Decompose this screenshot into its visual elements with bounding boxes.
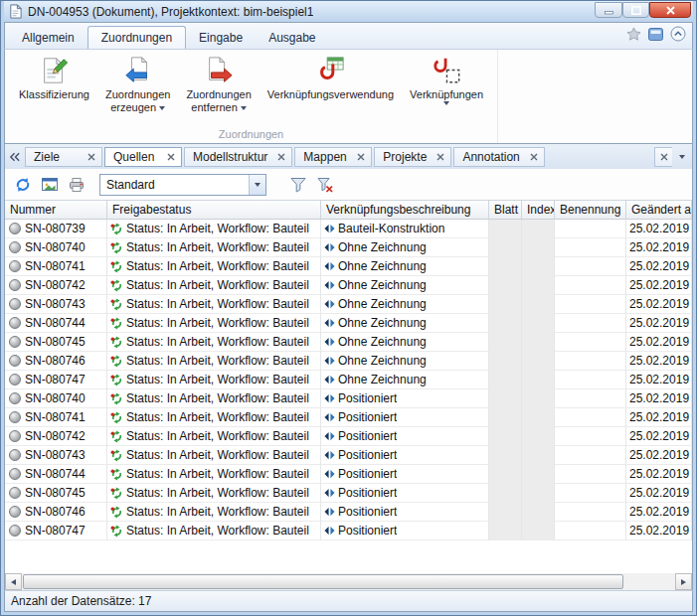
cell-verknuepfung: Positioniert <box>321 484 489 503</box>
viewer-icon <box>42 177 58 192</box>
cell-link-text: Positioniert <box>338 410 397 424</box>
view-tab-modellstruktur[interactable]: Modellstruktur <box>184 147 292 167</box>
cell-nummer: SN-080740 <box>5 238 107 257</box>
cell-link-text: Positioniert <box>338 505 397 519</box>
scroll-tabs-left-button[interactable] <box>7 147 23 166</box>
tab-close-icon[interactable] <box>530 153 538 161</box>
table-row[interactable]: SN-080744 Status: In Arbeit, Workflow: B… <box>5 465 692 484</box>
view-tab-label: Modellstruktur <box>193 150 267 164</box>
tab-close-icon[interactable] <box>436 153 444 161</box>
collapse-ribbon-icon[interactable] <box>670 26 686 45</box>
column-header-verknuepfungsbeschreibung[interactable]: Verknüpfungsbeschreibung <box>321 201 489 220</box>
table-row[interactable]: SN-080741 Status: In Arbeit, Workflow: B… <box>5 408 692 427</box>
favorite-star-icon[interactable] <box>626 27 641 44</box>
ribbon-button-klassifizierung[interactable]: Klassifizierung <box>11 52 97 127</box>
clipped-tab-close[interactable] <box>654 147 672 167</box>
ribbon-tab-ausgabe[interactable]: Ausgabe <box>256 27 328 49</box>
cell-nummer: SN-080740 <box>5 389 107 408</box>
scrollbar-track[interactable] <box>22 573 675 590</box>
view-tab-mappen[interactable]: Mappen <box>294 147 372 167</box>
print-button[interactable] <box>65 173 88 197</box>
cell-benennung <box>555 220 626 238</box>
column-header-blatt[interactable]: Blatt <box>489 201 522 220</box>
table-body: SN-080739 Status: In Arbeit, Workflow: B… <box>5 220 692 540</box>
column-header-benennung[interactable]: Benennung <box>555 201 626 220</box>
workflow-status-icon <box>110 506 123 519</box>
workflow-status-icon <box>110 355 123 368</box>
cell-benennung <box>555 408 626 427</box>
view-tab-ziele[interactable]: Ziele <box>25 147 102 167</box>
combo-dropdown-button[interactable] <box>249 175 265 195</box>
ribbon-tab-eingabe[interactable]: Eingabe <box>186 27 256 49</box>
create-assignment-icon <box>122 55 154 86</box>
cell-verknuepfung: Positioniert <box>321 522 489 540</box>
cell-geaendert: 25.02.2019 1 <box>626 371 692 389</box>
column-header-nummer[interactable]: Nummer <box>5 201 107 220</box>
dropdown-arrow-icon <box>443 101 449 105</box>
cell-nummer-text: SN-080744 <box>25 467 86 481</box>
cell-status-text: Status: In Arbeit, Workflow: Bauteil <box>126 391 309 405</box>
table-row[interactable]: SN-080742 Status: In Arbeit, Workflow: B… <box>5 427 692 446</box>
tab-close-icon[interactable] <box>357 153 365 161</box>
cell-geaendert: 25.02.2019 1 <box>626 446 692 465</box>
cell-status-text: Status: In Arbeit, Workflow: Bauteil <box>126 335 309 349</box>
table-row[interactable]: SN-080745 Status: In Arbeit, Workflow: B… <box>5 333 692 352</box>
horizontal-scrollbar[interactable] <box>4 573 693 590</box>
status-bar: Anzahl der Datensätze: 17 <box>4 590 693 612</box>
column-header-freigabestatus[interactable]: Freigabestatus <box>107 201 321 220</box>
refresh-button[interactable] <box>11 173 35 197</box>
tab-close-icon[interactable] <box>87 153 95 161</box>
filter-button[interactable] <box>286 173 310 197</box>
ribbon-tab-label: Eingabe <box>199 31 243 45</box>
table-row[interactable]: SN-080745 Status: In Arbeit, Workflow: B… <box>5 484 692 503</box>
scroll-left-button[interactable] <box>5 573 22 590</box>
cell-nummer-text: SN-080745 <box>25 486 86 500</box>
maximize-button[interactable] <box>622 2 649 18</box>
table-row[interactable]: SN-080747 Status: In Arbeit, Workflow: B… <box>5 522 692 540</box>
column-header-index[interactable]: Index <box>522 201 555 220</box>
ribbon-button-verknuepfungsverwendung[interactable]: Verknüpfungsverwendung <box>260 52 402 127</box>
table-row[interactable]: SN-080740 Status: In Arbeit, Workflow: B… <box>5 238 692 257</box>
table-row[interactable]: SN-080743 Status: In Arbeit, Workflow: B… <box>5 446 692 465</box>
table-row[interactable]: SN-080744 Status: In Arbeit, Workflow: B… <box>5 314 692 333</box>
record-count: Anzahl der Datensätze: 17 <box>11 594 151 608</box>
minimize-button[interactable] <box>595 2 622 18</box>
table-row[interactable]: SN-080747 Status: In Arbeit, Workflow: B… <box>5 371 692 389</box>
open-viewer-button[interactable] <box>38 173 62 197</box>
cell-verknuepfung: Positioniert <box>321 408 489 427</box>
dropdown-arrow-icon <box>159 106 165 110</box>
part-icon <box>9 298 21 310</box>
clear-filter-button[interactable] <box>313 173 337 197</box>
table-row[interactable]: SN-080746 Status: In Arbeit, Workflow: B… <box>5 352 692 371</box>
cell-benennung <box>555 295 626 314</box>
table-row[interactable]: SN-080739 Status: In Arbeit, Workflow: B… <box>5 220 692 238</box>
tab-list-dropdown-button[interactable] <box>674 147 690 166</box>
remove-assignment-icon <box>203 55 235 86</box>
ribbon-button-verknuepfungen[interactable]: Verknüpfungen <box>402 52 491 127</box>
table-row[interactable]: SN-080741 Status: In Arbeit, Workflow: B… <box>5 257 692 276</box>
ribbon-tab-allgemein[interactable]: Allgemein <box>9 27 87 49</box>
table-row[interactable]: SN-080742 Status: In Arbeit, Workflow: B… <box>5 276 692 295</box>
view-tab-quellen[interactable]: Quellen <box>104 147 182 167</box>
cell-nummer: SN-080747 <box>5 371 107 389</box>
table-row[interactable]: SN-080746 Status: In Arbeit, Workflow: B… <box>5 503 692 522</box>
arrow-right-icon <box>681 579 686 585</box>
ribbon-button-label2: entfernen <box>191 101 237 114</box>
view-filter-select[interactable]: Standard <box>99 174 266 196</box>
tab-close-icon[interactable] <box>167 153 175 161</box>
scroll-right-button[interactable] <box>675 573 692 590</box>
part-icon <box>9 223 21 234</box>
ribbon-button-zuordnungen-erzeugen[interactable]: Zuordnungen erzeugen <box>97 52 178 127</box>
view-tab-projekte[interactable]: Projekte <box>374 147 451 167</box>
tab-close-icon[interactable] <box>277 153 285 161</box>
ribbon-tab-zuordnungen[interactable]: Zuordnungen <box>87 26 186 49</box>
scrollbar-thumb[interactable] <box>23 574 623 589</box>
cell-nummer-text: SN-080746 <box>25 354 86 368</box>
table-row[interactable]: SN-080743 Status: In Arbeit, Workflow: B… <box>5 295 692 314</box>
column-header-geaendert[interactable]: Geändert a <box>626 201 692 220</box>
view-tab-annotation[interactable]: Annotation <box>453 147 544 167</box>
close-button[interactable] <box>649 2 691 18</box>
ribbon-button-zuordnungen-entfernen[interactable]: Zuordnungen entfernen <box>178 52 259 127</box>
table-row[interactable]: SN-080740 Status: In Arbeit, Workflow: B… <box>5 389 692 408</box>
panel-toggle-icon[interactable] <box>648 28 663 44</box>
